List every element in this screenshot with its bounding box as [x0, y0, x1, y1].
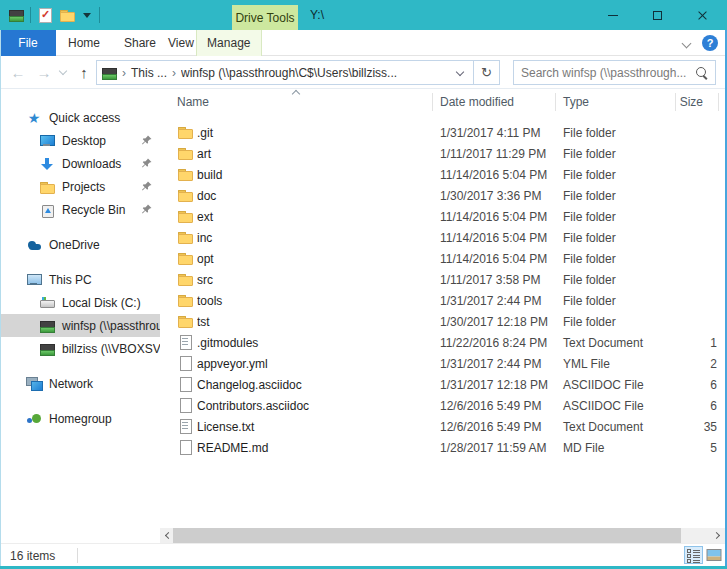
file-date-modified: 11/22/2016 8:24 PM	[440, 332, 560, 353]
customize-toolbar-chevron-icon[interactable]	[83, 13, 91, 18]
file-icon	[177, 376, 193, 392]
file-name: build	[197, 164, 427, 185]
minimize-button[interactable]	[590, 0, 635, 30]
titlebar: Drive Tools Y:\	[0, 0, 727, 30]
file-name: Changelog.asciidoc	[197, 374, 427, 395]
file-row[interactable]: tools 1/31/2017 2:44 PM File folder	[160, 290, 727, 311]
forward-button[interactable]: →	[32, 56, 56, 89]
file-date-modified: 1/30/2017 3:36 PM	[440, 185, 560, 206]
file-size	[640, 248, 717, 269]
breadcrumb-root[interactable]: This ...	[131, 66, 167, 80]
scrollbar-thumb[interactable]	[173, 528, 681, 543]
sidebar-item[interactable]: Homegroup	[0, 407, 160, 430]
file-size: 6	[640, 374, 717, 395]
sidebar-item[interactable]: Projects	[0, 175, 160, 198]
file-date-modified: 1/31/2017 12:18 PM	[440, 374, 560, 395]
navigation-pane: ★ Quick access Desktop Downl	[0, 89, 160, 543]
status-bar: 16 items	[0, 543, 727, 566]
column-header-name[interactable]: Name	[177, 89, 209, 115]
scroll-right-button[interactable]	[710, 528, 725, 543]
close-button[interactable]	[680, 0, 725, 30]
file-row[interactable]: art 1/11/2017 11:29 PM File folder	[160, 143, 727, 164]
sidebar-item[interactable]: Downloads	[0, 152, 160, 175]
sidebar-item[interactable]: Network	[0, 372, 160, 395]
file-row[interactable]: README.md 1/28/2017 11:59 AM MD File 5	[160, 437, 727, 458]
maximize-icon	[653, 11, 662, 20]
file-row[interactable]: appveyor.yml 1/31/2017 2:44 PM YML File …	[160, 353, 727, 374]
column-header-type[interactable]: Type	[563, 89, 589, 115]
file-row[interactable]: tst 1/30/2017 12:18 PM File folder	[160, 311, 727, 332]
sidebar-item-icon	[39, 179, 55, 195]
file-row[interactable]: Changelog.asciidoc 1/31/2017 12:18 PM AS…	[160, 374, 727, 395]
column-divider[interactable]	[675, 93, 676, 111]
file-size	[640, 143, 717, 164]
file-row[interactable]: .git 1/31/2017 4:11 PM File folder	[160, 122, 727, 143]
chevron-down-icon	[59, 67, 67, 75]
address-dropdown-button[interactable]	[449, 61, 471, 84]
file-row[interactable]: ext 11/14/2016 5:04 PM File folder	[160, 206, 727, 227]
refresh-button[interactable]: ↻	[473, 60, 499, 85]
help-button[interactable]: ?	[702, 35, 718, 51]
sidebar-item[interactable]: Desktop	[0, 129, 160, 152]
large-icons-view-button[interactable]	[704, 546, 723, 564]
details-view-button[interactable]	[684, 546, 703, 564]
file-row[interactable]: src 1/11/2017 3:58 PM File folder	[160, 269, 727, 290]
file-date-modified: 1/28/2017 11:59 AM	[440, 437, 560, 458]
column-divider[interactable]	[718, 93, 719, 111]
ribbon-tab[interactable]: Manage	[196, 30, 262, 56]
properties-icon[interactable]	[37, 7, 53, 23]
window-border-left	[0, 30, 1, 569]
sidebar-item-icon	[39, 156, 55, 172]
column-header-size[interactable]: Size	[640, 89, 703, 115]
file-row[interactable]: opt 11/14/2016 5:04 PM File folder	[160, 248, 727, 269]
file-row[interactable]: inc 11/14/2016 5:04 PM File folder	[160, 227, 727, 248]
file-date-modified: 11/14/2016 5:04 PM	[440, 248, 560, 269]
file-row[interactable]: License.txt 12/6/2016 5:49 PM Text Docum…	[160, 416, 727, 437]
sidebar-item-icon	[39, 318, 55, 334]
column-header-date-modified[interactable]: Date modified	[440, 89, 514, 115]
file-date-modified: 11/14/2016 5:04 PM	[440, 227, 560, 248]
address-drive-icon	[101, 65, 117, 81]
chevron-left-icon	[165, 532, 172, 539]
ribbon-tab[interactable]: Home	[56, 30, 112, 56]
sidebar-item[interactable]: billziss (\\VBOXSVR)	[0, 337, 160, 360]
maximize-button[interactable]	[635, 0, 680, 30]
pin-icon	[140, 203, 153, 216]
file-row[interactable]: .gitmodules 11/22/2016 8:24 PM Text Docu…	[160, 332, 727, 353]
sidebar-item[interactable]: Local Disk (C:)	[0, 291, 160, 314]
ribbon-tab[interactable]: File	[0, 30, 56, 56]
close-icon	[697, 10, 708, 21]
address-bar[interactable]: › This ... › winfsp (\\passthrough\C$\Us…	[96, 60, 500, 85]
sidebar-item[interactable]: ★ Quick access	[0, 106, 160, 129]
file-icon	[177, 166, 193, 182]
sidebar-item[interactable]: winfsp (\\passthrough	[0, 314, 160, 337]
file-rows: .git 1/31/2017 4:11 PM File folder art 1…	[160, 122, 727, 458]
breadcrumb-current-folder[interactable]: winfsp (\\passthrough\C$\Users\billziss.…	[181, 66, 397, 80]
new-folder-icon[interactable]	[59, 7, 75, 23]
file-name: doc	[197, 185, 427, 206]
horizontal-scrollbar[interactable]	[160, 528, 725, 543]
address-row: ← → ↑ › This ... › winfsp (\\passthrough…	[0, 56, 727, 89]
search-icon[interactable]	[694, 65, 710, 81]
main-content: ★ Quick access Desktop Downl	[0, 89, 727, 543]
quick-access-toolbar	[8, 0, 100, 30]
sidebar-item-label: Downloads	[62, 157, 121, 171]
sidebar-item[interactable]: This PC	[0, 268, 160, 291]
file-row[interactable]: doc 1/30/2017 3:36 PM File folder	[160, 185, 727, 206]
column-divider[interactable]	[555, 93, 556, 111]
ribbon-tab[interactable]: Share	[112, 30, 168, 56]
file-row[interactable]: Contributors.asciidoc 12/6/2016 5:49 PM …	[160, 395, 727, 416]
ribbon-tab-label: Share	[124, 36, 156, 50]
column-divider[interactable]	[432, 93, 433, 111]
sidebar-item[interactable]: Recycle Bin	[0, 198, 160, 221]
ribbon-tab[interactable]: View	[168, 30, 194, 56]
file-name: opt	[197, 248, 427, 269]
recent-locations-button[interactable]	[56, 56, 70, 89]
search-input[interactable]	[514, 66, 694, 80]
up-button[interactable]: ↑	[72, 56, 96, 89]
back-button[interactable]: ←	[6, 56, 30, 89]
file-row[interactable]: build 11/14/2016 5:04 PM File folder	[160, 164, 727, 185]
file-date-modified: 11/14/2016 5:04 PM	[440, 206, 560, 227]
sidebar-item[interactable]: OneDrive	[0, 233, 160, 256]
file-icon	[177, 418, 193, 434]
